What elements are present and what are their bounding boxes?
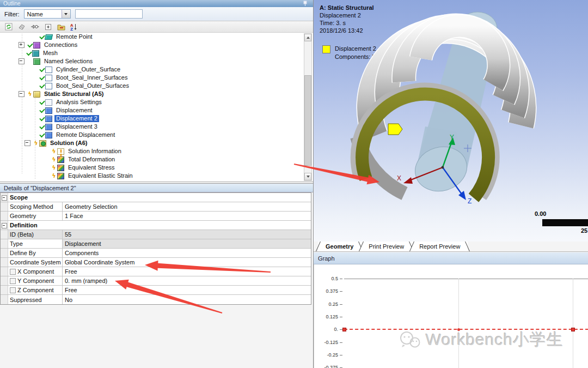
scroll-up-icon[interactable] (304, 34, 311, 41)
x-gridline (458, 279, 459, 368)
result-icon (57, 173, 64, 179)
details-value[interactable]: 1 Face (63, 212, 311, 220)
y-axis-tick-label: -0.25 (314, 352, 338, 358)
tree-item-label: Total Deformation (66, 156, 117, 163)
details-row-geometry: Geometry1 Face (1, 212, 311, 221)
tree-expander-minus[interactable] (24, 140, 30, 146)
tab-print-preview[interactable]: Print Preview (361, 242, 412, 251)
data-point-marker (571, 328, 575, 331)
details-value[interactable]: Geometry Selection (63, 202, 311, 211)
tree-item-boot-seal-outer-surfaces[interactable]: Boot_Seal_Outer_Surfaces (0, 82, 313, 90)
tree-item-named-selections[interactable]: Named Selections (0, 57, 313, 65)
pin-icon[interactable] (303, 1, 308, 7)
check-mark (39, 99, 45, 105)
tree-indent (32, 74, 39, 81)
scroll-down-icon[interactable] (304, 173, 311, 180)
tree-item-boot-seal-inner-surfaces[interactable]: Boot_Seal_Inner_Surfaces (0, 74, 313, 82)
details-row-type: TypeDisplacement (1, 239, 311, 249)
tree-expander-minus[interactable] (19, 58, 24, 64)
tree-item-analysis-settings[interactable]: Analysis Settings (0, 98, 313, 106)
row-gutter (1, 276, 8, 285)
tree-item-label: Remote Displacement (54, 131, 117, 138)
graph-header[interactable]: Graph (314, 252, 588, 264)
y-axis-tick-mark (340, 291, 342, 292)
details-value[interactable]: Free (63, 267, 311, 276)
model-3d[interactable]: Y X Z (314, 0, 588, 242)
tree-item-label: Static Structural (A5) (42, 91, 105, 98)
y-axis-tick-mark (340, 342, 342, 343)
tree-item-displacement-2[interactable]: Displacement 2 (0, 114, 313, 123)
tree-item-label: Boot_Seal_Outer_Surfaces (54, 82, 131, 89)
row-gutter (1, 286, 8, 294)
tree-item-cylinder-outer-surface[interactable]: Cylinder_Outer_Surface (0, 65, 313, 74)
tree-item-label: Cylinder_Outer_Surface (54, 66, 122, 73)
filter-type-dropdown[interactable]: Name (24, 9, 71, 19)
tree-item-label: Connections (42, 41, 79, 49)
tab-geometry[interactable]: Geometry (318, 242, 361, 251)
tree-item-remote-point[interactable]: Remote Point (0, 33, 313, 41)
component-checkbox[interactable] (10, 278, 16, 284)
tree-scrollbar[interactable] (304, 33, 312, 181)
tree-item-solution-a6-[interactable]: ϟSolution (A6) (0, 139, 313, 147)
lightning-icon: ϟ (33, 141, 39, 146)
y-axis-tick-label: 0.5 (314, 276, 338, 281)
details-titlebar[interactable]: Details of "Displacement 2" (0, 183, 313, 192)
details-value[interactable]: Global Coordinate System (63, 258, 311, 267)
details-value[interactable]: Free (63, 286, 311, 294)
tree-item-equivalent-stress[interactable]: ϟEquivalent Stress (0, 164, 313, 172)
tree-item-mesh[interactable]: Mesh (0, 49, 313, 57)
tree-item-displacement-3[interactable]: Displacement 3 (0, 123, 313, 131)
expand-all-icon[interactable] (44, 22, 52, 31)
refresh-icon[interactable] (4, 22, 13, 31)
details-row-define-by: Define ByComponents (1, 249, 311, 258)
check-icon (39, 36, 45, 38)
lightning-icon: ϟ (51, 165, 57, 171)
geometry-viewport[interactable]: A: Static StructuralDisplacement 2Time: … (314, 0, 588, 242)
tree-item-connections[interactable]: Connections (0, 41, 313, 49)
tree-item-remote-displacement[interactable]: Remote Displacement (0, 131, 313, 139)
lightning-icon: ϟ (51, 149, 57, 154)
sort-az-icon[interactable]: AZ (70, 22, 78, 31)
graphics-filter-icon[interactable] (30, 22, 39, 31)
eraser-filter-icon[interactable] (17, 22, 26, 31)
section-collapse-icon[interactable] (2, 223, 7, 228)
scroll-thumb[interactable] (304, 75, 311, 166)
tree-expander-minus[interactable] (19, 91, 24, 97)
scale-ruler-bar (542, 219, 588, 226)
tree-item-static-structural-a5-[interactable]: ϟStatic Structural (A5) (0, 90, 313, 98)
tree-indent (32, 66, 39, 73)
details-value[interactable]: No (63, 295, 311, 304)
row-gutter (1, 202, 8, 211)
tree-item-label: Displacement 2 (54, 115, 99, 122)
plot-frame-top (344, 279, 588, 279)
tree-item-displacement[interactable]: Displacement (0, 106, 313, 114)
outline-panel: Outline Filter: Name AZ (0, 0, 314, 368)
tree-item-label: Analysis Settings (54, 99, 103, 106)
details-value[interactable]: 0. mm (ramped) (63, 276, 311, 285)
row-gutter (1, 267, 8, 276)
outline-titlebar[interactable]: Outline (0, 0, 313, 7)
filter-search-input[interactable] (75, 9, 143, 19)
tree-indent (32, 99, 39, 106)
component-checkbox[interactable] (10, 269, 16, 275)
details-value[interactable]: Components (63, 249, 311, 257)
tree-expander-plus[interactable] (19, 42, 24, 48)
tab-report-preview[interactable]: Report Preview (412, 242, 468, 251)
tree-indent (19, 50, 26, 57)
tree-indent (32, 33, 39, 40)
tree-item-total-deformation[interactable]: ϟTotal Deformation (0, 155, 313, 164)
scale-ruler-start: 0.00 (535, 210, 546, 217)
component-checkbox[interactable] (10, 287, 16, 293)
lightning-icon: ϟ (51, 157, 57, 162)
tree-item-equivalent-elastic-strain[interactable]: ϟEquivalent Elastic Strain (0, 172, 313, 180)
tree-indent (32, 115, 39, 122)
check-icon (26, 52, 32, 55)
graph-plot[interactable]: 0.50.3750.250.1250.-0.125-0.25-0.375 Wor… (314, 264, 588, 368)
collapse-folder-icon[interactable] (57, 22, 65, 31)
section-collapse-icon[interactable] (2, 195, 7, 201)
dropdown-arrow-icon[interactable] (62, 10, 70, 18)
check-icon (39, 134, 45, 136)
check-icon (39, 118, 45, 120)
tree-item-solution-information[interactable]: ϟSolution Information (0, 147, 313, 155)
section-label: Definition (8, 221, 38, 230)
